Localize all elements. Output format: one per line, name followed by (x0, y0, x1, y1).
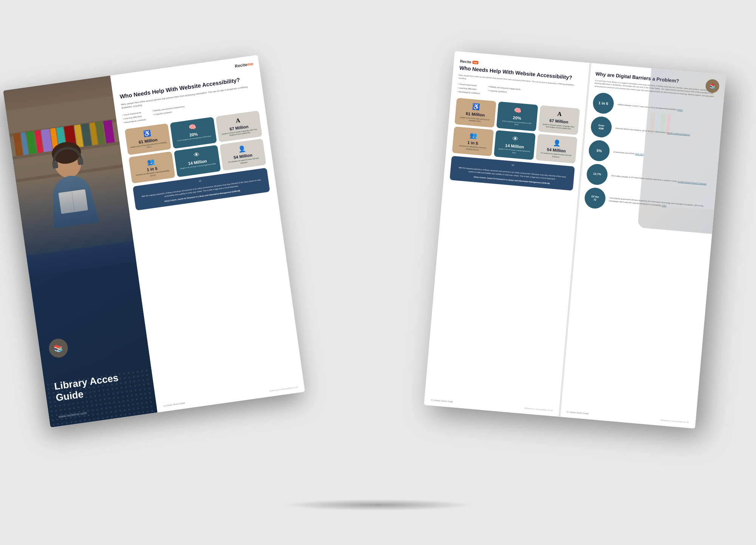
stat-card-4: 👥 1 in 5 American are affected by a lear… (129, 152, 175, 184)
front-stat-card-5: 👁 14 Million people in the US have a vis… (494, 130, 536, 160)
front-right-footer: 8 | Library Sector Guide Believing in Ac… (560, 410, 696, 424)
bullets-left: • Visual impairments • Learning difficul… (122, 110, 146, 125)
front-right-tagline: Believing in Accessibility for All (660, 419, 689, 423)
front-right-page-num: 8 | Library Sector Guide (567, 410, 589, 415)
front-left-footer: 4 | Library Sector Guide Believing in Ac… (424, 398, 559, 412)
book-front: Recite me Who Needs Help With Website Ac… (424, 51, 726, 429)
front-left-tagline: Believing in Accessibility for All (525, 407, 553, 412)
footer-tagline-back: Believing in Accessibility for All (269, 386, 297, 392)
svg-rect-19 (52, 161, 59, 169)
stat-bubble-4: 13.7% (586, 163, 609, 186)
bullets-right: • Mobility and physical impairments • Li… (152, 105, 186, 120)
cover-overlay (16, 168, 136, 276)
book-back: 📚 Library Acces Guide www.reciteme.com R… (3, 55, 305, 427)
dot-pattern (44, 368, 158, 428)
front-stat-card-1: ♿ 61 Million people in the US live with … (454, 98, 496, 128)
stat-bubble-2: Over40M (590, 116, 613, 138)
front-stat-card-2: 🧠 20% of US residents are neurodiverse (… (496, 102, 538, 132)
shadow (284, 499, 472, 511)
scene: 📚 Library Acces Guide www.reciteme.com R… (38, 46, 718, 499)
right-page-bg-image (637, 68, 726, 234)
front-stat-card-6: 👤 54 Million US residents are aged 65 ye… (536, 134, 578, 164)
stat-bubble-3: 5% (588, 139, 610, 162)
svg-rect-20 (77, 158, 84, 165)
stat-card-3: A 67 Million people in America speak a l… (215, 110, 262, 142)
page-number-back: 4 | Library Sector Guide (163, 402, 185, 407)
front-left-page-num: 4 | Library Sector Guide (431, 399, 453, 403)
stat-card-5: 👁 14 Million people in the US have a vis… (174, 145, 221, 177)
stat-card-6: 👤 54 Million US residents are aged 65 ye… (219, 139, 266, 171)
recite-logo-back: Reciteme (234, 61, 253, 68)
book-icon-cover: 📚 (48, 338, 69, 359)
front-left-stat-cards: ♿ 61 Million people in the US live with … (452, 98, 580, 163)
front-stat-card-3: A 67 Million people in America speak a l… (538, 105, 580, 135)
svg-rect-25 (640, 92, 724, 210)
stat-bubble-5: Of the72 (584, 187, 606, 210)
svg-rect-24 (45, 368, 156, 427)
stat-bubble-1: 1 in 6 (592, 92, 615, 115)
page-footer-back: 4 | Library Sector Guide Believing in Ac… (156, 385, 304, 408)
front-stat-card-4: 👥 1 in 5 American are affected by a lear… (452, 127, 494, 156)
stat-card-1: ♿ 61 Million people in the US live with … (124, 123, 171, 155)
stat-card-2: 🧠 20% of US residents are neurodiverse (… (170, 117, 217, 149)
